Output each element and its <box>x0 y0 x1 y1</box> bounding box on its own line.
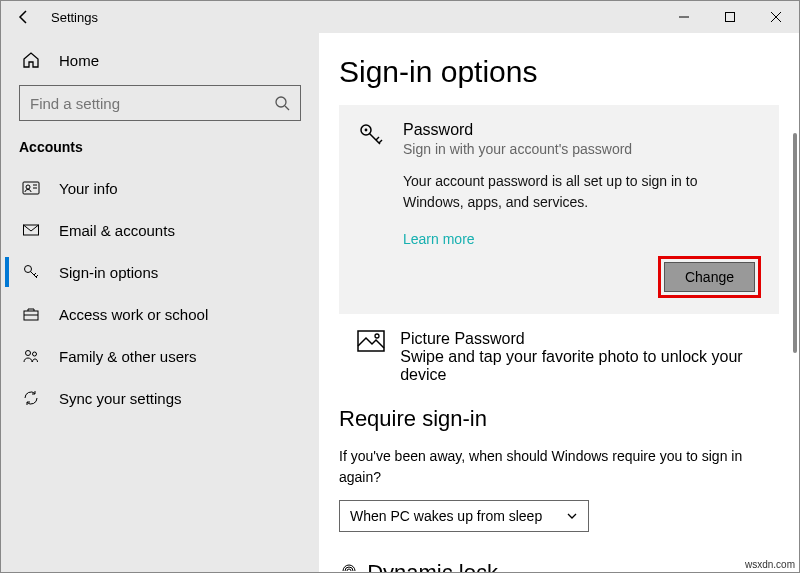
home-nav[interactable]: Home <box>5 43 315 77</box>
svg-point-7 <box>26 185 30 189</box>
sidebar-item-label: Email & accounts <box>59 222 175 239</box>
require-signin-heading: Require sign-in <box>339 400 779 442</box>
search-input[interactable] <box>30 95 274 112</box>
sidebar-item-email[interactable]: Email & accounts <box>5 209 315 251</box>
require-signin-select[interactable]: When PC wakes up from sleep <box>339 500 589 532</box>
page-title: Sign-in options <box>339 41 779 105</box>
content-pane: Sign-in options Password Sign in with yo… <box>319 33 799 572</box>
sidebar-item-label: Access work or school <box>59 306 208 323</box>
picture-icon <box>357 330 388 384</box>
dynamic-lock-icon <box>339 561 359 572</box>
chevron-down-icon <box>566 510 578 522</box>
svg-point-20 <box>365 129 368 132</box>
sidebar-item-family[interactable]: Family & other users <box>5 335 315 377</box>
sidebar-item-label: Family & other users <box>59 348 197 365</box>
scrollbar[interactable] <box>785 93 799 572</box>
sidebar-item-sync[interactable]: Sync your settings <box>5 377 315 419</box>
email-icon <box>19 221 43 239</box>
close-button[interactable] <box>753 1 799 33</box>
sidebar-item-signin[interactable]: Sign-in options <box>5 251 315 293</box>
home-icon <box>19 51 43 69</box>
sidebar: Home Accounts Your info Email & accounts… <box>1 33 319 572</box>
home-label: Home <box>59 52 99 69</box>
require-signin-body: If you've been away, when should Windows… <box>339 442 779 500</box>
picture-title: Picture Password <box>400 330 761 348</box>
search-icon <box>274 95 290 111</box>
change-button[interactable]: Change <box>664 262 755 292</box>
password-title: Password <box>403 121 632 139</box>
svg-line-23 <box>379 140 382 143</box>
svg-rect-24 <box>358 331 384 351</box>
svg-point-17 <box>26 351 31 356</box>
picture-password-row[interactable]: Picture Password Swipe and tap your favo… <box>339 314 779 400</box>
password-body: Your account password is all set up to s… <box>403 171 761 213</box>
svg-line-13 <box>34 273 36 275</box>
sidebar-item-your-info[interactable]: Your info <box>5 167 315 209</box>
svg-line-21 <box>370 134 381 145</box>
dynamic-lock-heading: Dynamic lock <box>339 554 779 572</box>
svg-rect-1 <box>726 13 735 22</box>
search-box[interactable] <box>19 85 301 121</box>
sidebar-item-label: Sign-in options <box>59 264 158 281</box>
picture-subtitle: Swipe and tap your favorite photo to unl… <box>400 348 761 384</box>
sync-icon <box>19 389 43 407</box>
briefcase-icon <box>19 305 43 323</box>
people-icon <box>19 347 43 365</box>
svg-line-5 <box>285 106 289 110</box>
select-value: When PC wakes up from sleep <box>350 508 542 524</box>
svg-line-22 <box>376 137 379 140</box>
svg-point-11 <box>25 266 32 273</box>
back-button[interactable] <box>9 2 39 32</box>
key-icon <box>357 121 391 157</box>
person-card-icon <box>19 179 43 197</box>
highlight-box: Change <box>658 256 761 298</box>
password-subtitle: Sign in with your account's password <box>403 141 632 157</box>
sidebar-item-label: Your info <box>59 180 118 197</box>
svg-line-14 <box>36 275 38 277</box>
password-card[interactable]: Password Sign in with your account's pas… <box>339 105 779 314</box>
svg-point-18 <box>33 352 37 356</box>
svg-point-25 <box>375 334 379 338</box>
key-icon <box>19 263 43 281</box>
sidebar-item-work[interactable]: Access work or school <box>5 293 315 335</box>
sidebar-section: Accounts <box>5 139 315 167</box>
learn-more-link[interactable]: Learn more <box>403 231 475 247</box>
svg-point-4 <box>276 97 286 107</box>
maximize-button[interactable] <box>707 1 753 33</box>
sidebar-item-label: Sync your settings <box>59 390 182 407</box>
scroll-thumb[interactable] <box>793 133 797 353</box>
window-title: Settings <box>51 10 98 25</box>
dynamic-lock-label: Dynamic lock <box>367 560 498 572</box>
minimize-button[interactable] <box>661 1 707 33</box>
titlebar: Settings <box>1 1 799 33</box>
watermark: wsxdn.com <box>745 559 795 570</box>
